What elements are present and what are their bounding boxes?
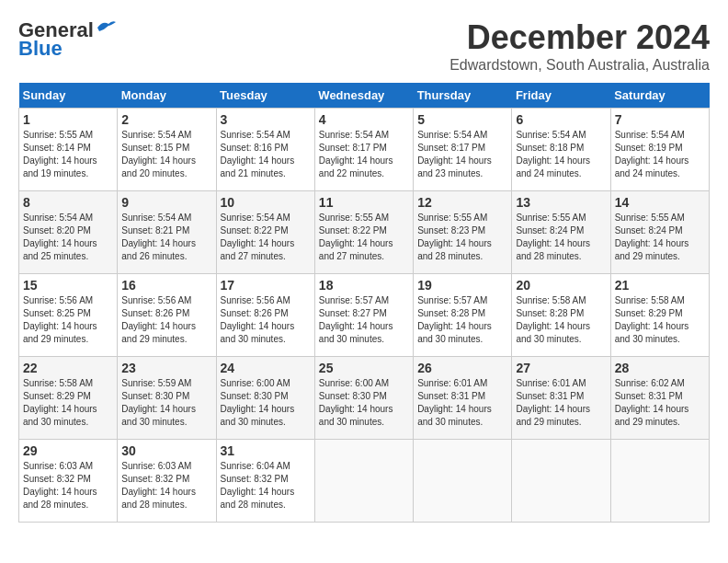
table-row: 12Sunrise: 5:55 AM Sunset: 8:23 PM Dayli… [414, 191, 512, 274]
logo-bird-icon [96, 18, 116, 35]
day-info: Sunrise: 5:55 AM Sunset: 8:24 PM Dayligh… [516, 212, 606, 263]
day-info: Sunrise: 5:54 AM Sunset: 8:15 PM Dayligh… [121, 129, 211, 180]
day-number: 25 [319, 361, 409, 375]
day-info: Sunrise: 5:55 AM Sunset: 8:23 PM Dayligh… [417, 212, 507, 263]
day-number: 3 [221, 112, 311, 127]
day-info: Sunrise: 5:55 AM Sunset: 8:22 PM Dayligh… [319, 212, 409, 263]
header-friday: Friday [512, 83, 610, 109]
day-number: 2 [121, 112, 211, 127]
table-row: 26Sunrise: 6:01 AM Sunset: 8:31 PM Dayli… [414, 357, 512, 440]
table-row: 27Sunrise: 6:01 AM Sunset: 8:31 PM Dayli… [512, 357, 610, 440]
day-info: Sunrise: 6:02 AM Sunset: 8:31 PM Dayligh… [615, 377, 705, 429]
day-number: 18 [319, 278, 409, 293]
day-number: 10 [221, 195, 311, 210]
day-info: Sunrise: 5:54 AM Sunset: 8:18 PM Dayligh… [516, 129, 606, 180]
day-info: Sunrise: 6:00 AM Sunset: 8:30 PM Dayligh… [221, 377, 311, 429]
header-wednesday: Wednesday [314, 83, 413, 109]
calendar-week-row: 29Sunrise: 6:03 AM Sunset: 8:32 PM Dayli… [19, 440, 710, 523]
month-title: December 2024 [449, 18, 710, 57]
table-row: 25Sunrise: 6:00 AM Sunset: 8:30 PM Dayli… [314, 357, 413, 440]
page-header: General Blue December 2024 Edwardstown, … [18, 18, 710, 74]
day-info: Sunrise: 5:54 AM Sunset: 8:20 PM Dayligh… [23, 212, 113, 263]
table-row: 16Sunrise: 5:56 AM Sunset: 8:26 PM Dayli… [118, 274, 216, 357]
day-info: Sunrise: 5:55 AM Sunset: 8:24 PM Dayligh… [615, 212, 705, 263]
header-saturday: Saturday [610, 83, 709, 109]
table-row: 24Sunrise: 6:00 AM Sunset: 8:30 PM Dayli… [216, 357, 314, 440]
day-info: Sunrise: 5:58 AM Sunset: 8:28 PM Dayligh… [516, 294, 606, 346]
day-number: 1 [23, 112, 113, 127]
day-info: Sunrise: 6:04 AM Sunset: 8:32 PM Dayligh… [221, 460, 311, 511]
day-number: 9 [121, 195, 211, 210]
header-tuesday: Tuesday [216, 83, 314, 109]
logo: General Blue [18, 18, 116, 61]
day-info: Sunrise: 5:58 AM Sunset: 8:29 PM Dayligh… [23, 377, 113, 429]
table-row: 22Sunrise: 5:58 AM Sunset: 8:29 PM Dayli… [19, 357, 118, 440]
table-row: 3Sunrise: 5:54 AM Sunset: 8:16 PM Daylig… [216, 109, 314, 191]
calendar-week-row: 22Sunrise: 5:58 AM Sunset: 8:29 PM Dayli… [19, 357, 710, 440]
day-number: 14 [615, 195, 705, 210]
day-number: 19 [417, 278, 507, 293]
table-row: 19Sunrise: 5:57 AM Sunset: 8:28 PM Dayli… [414, 274, 512, 357]
table-row: 17Sunrise: 5:56 AM Sunset: 8:26 PM Dayli… [216, 274, 314, 357]
day-info: Sunrise: 6:03 AM Sunset: 8:32 PM Dayligh… [23, 460, 113, 511]
title-block: December 2024 Edwardstown, South Austral… [449, 18, 710, 74]
day-info: Sunrise: 5:58 AM Sunset: 8:29 PM Dayligh… [615, 294, 705, 346]
table-row: 8Sunrise: 5:54 AM Sunset: 8:20 PM Daylig… [19, 191, 118, 274]
header-sunday: Sunday [19, 83, 118, 109]
day-number: 31 [221, 443, 311, 458]
day-number: 6 [516, 112, 606, 127]
day-info: Sunrise: 6:01 AM Sunset: 8:31 PM Dayligh… [417, 377, 507, 429]
day-number: 21 [615, 278, 705, 293]
day-number: 16 [121, 278, 211, 293]
table-row: 5Sunrise: 5:54 AM Sunset: 8:17 PM Daylig… [414, 109, 512, 191]
table-row: 11Sunrise: 5:55 AM Sunset: 8:22 PM Dayli… [314, 191, 413, 274]
table-row: 6Sunrise: 5:54 AM Sunset: 8:18 PM Daylig… [512, 109, 610, 191]
day-number: 22 [23, 361, 113, 375]
day-number: 30 [121, 443, 211, 458]
day-number: 26 [417, 361, 507, 375]
day-number: 8 [23, 195, 113, 210]
table-row: 23Sunrise: 5:59 AM Sunset: 8:30 PM Dayli… [118, 357, 216, 440]
calendar-week-row: 8Sunrise: 5:54 AM Sunset: 8:20 PM Daylig… [19, 191, 710, 274]
table-row [512, 440, 610, 523]
table-row: 14Sunrise: 5:55 AM Sunset: 8:24 PM Dayli… [610, 191, 709, 274]
table-row: 7Sunrise: 5:54 AM Sunset: 8:19 PM Daylig… [610, 109, 709, 191]
day-info: Sunrise: 5:54 AM Sunset: 8:19 PM Dayligh… [615, 129, 705, 180]
calendar-table: Sunday Monday Tuesday Wednesday Thursday… [18, 83, 710, 523]
calendar-week-row: 1Sunrise: 5:55 AM Sunset: 8:14 PM Daylig… [19, 109, 710, 191]
day-info: Sunrise: 5:56 AM Sunset: 8:26 PM Dayligh… [121, 294, 211, 346]
day-info: Sunrise: 5:54 AM Sunset: 8:21 PM Dayligh… [121, 212, 211, 263]
table-row: 30Sunrise: 6:03 AM Sunset: 8:32 PM Dayli… [118, 440, 216, 523]
table-row: 28Sunrise: 6:02 AM Sunset: 8:31 PM Dayli… [610, 357, 709, 440]
day-number: 23 [121, 361, 211, 375]
day-number: 11 [319, 195, 409, 210]
table-row: 31Sunrise: 6:04 AM Sunset: 8:32 PM Dayli… [216, 440, 314, 523]
day-info: Sunrise: 5:54 AM Sunset: 8:22 PM Dayligh… [221, 212, 311, 263]
day-info: Sunrise: 6:03 AM Sunset: 8:32 PM Dayligh… [121, 460, 211, 511]
table-row: 10Sunrise: 5:54 AM Sunset: 8:22 PM Dayli… [216, 191, 314, 274]
table-row: 1Sunrise: 5:55 AM Sunset: 8:14 PM Daylig… [19, 109, 118, 191]
day-number: 27 [516, 361, 606, 375]
day-number: 15 [23, 278, 113, 293]
day-info: Sunrise: 6:01 AM Sunset: 8:31 PM Dayligh… [516, 377, 606, 429]
day-info: Sunrise: 5:57 AM Sunset: 8:28 PM Dayligh… [417, 294, 507, 346]
table-row: 15Sunrise: 5:56 AM Sunset: 8:25 PM Dayli… [19, 274, 118, 357]
day-info: Sunrise: 6:00 AM Sunset: 8:30 PM Dayligh… [319, 377, 409, 429]
calendar-header-row: Sunday Monday Tuesday Wednesday Thursday… [19, 83, 710, 109]
day-number: 17 [221, 278, 311, 293]
table-row [610, 440, 709, 523]
table-row [314, 440, 413, 523]
day-info: Sunrise: 5:54 AM Sunset: 8:17 PM Dayligh… [319, 129, 409, 180]
day-info: Sunrise: 5:57 AM Sunset: 8:27 PM Dayligh… [319, 294, 409, 346]
table-row: 21Sunrise: 5:58 AM Sunset: 8:29 PM Dayli… [610, 274, 709, 357]
table-row: 9Sunrise: 5:54 AM Sunset: 8:21 PM Daylig… [118, 191, 216, 274]
day-info: Sunrise: 5:56 AM Sunset: 8:26 PM Dayligh… [221, 294, 311, 346]
day-info: Sunrise: 5:54 AM Sunset: 8:17 PM Dayligh… [417, 129, 507, 180]
day-number: 28 [615, 361, 705, 375]
calendar-week-row: 15Sunrise: 5:56 AM Sunset: 8:25 PM Dayli… [19, 274, 710, 357]
day-number: 24 [221, 361, 311, 375]
day-number: 12 [417, 195, 507, 210]
day-number: 29 [23, 443, 113, 458]
logo-blue: Blue [18, 37, 63, 61]
day-number: 13 [516, 195, 606, 210]
